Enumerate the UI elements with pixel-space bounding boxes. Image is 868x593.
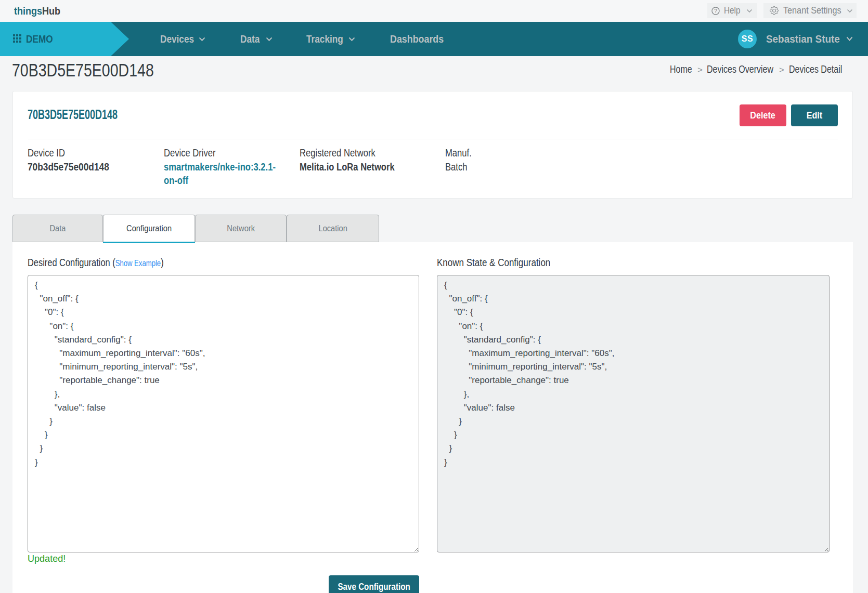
- svg-text:?: ?: [714, 8, 717, 14]
